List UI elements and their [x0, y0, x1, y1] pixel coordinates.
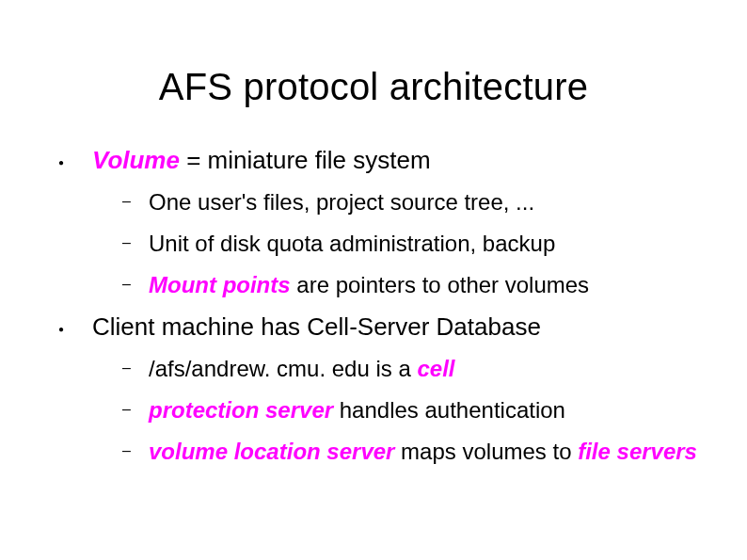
- sub-list: /afs/andrew. cmu. edu is a cell protecti…: [92, 355, 709, 466]
- slide-body: Volume = miniature file system One user'…: [58, 146, 709, 479]
- sub-item: One user's files, project source tree, .…: [92, 188, 709, 216]
- bullet-list: Volume = miniature file system One user'…: [58, 146, 709, 466]
- term-file-servers: file servers: [578, 439, 697, 464]
- sub-text: One user's files, project source tree, .…: [149, 189, 534, 215]
- sub-item: protection server handles authentication: [92, 396, 709, 424]
- sub-item: Unit of disk quota administration, backu…: [92, 230, 709, 258]
- term-cell: cell: [417, 356, 454, 381]
- bullet-text: Client machine has Cell-Server Database: [92, 312, 541, 341]
- term-volume-location-server: volume location server: [149, 439, 394, 464]
- bullet-item: Client machine has Cell-Server Database …: [58, 312, 709, 466]
- sub-text: handles authentication: [333, 397, 565, 423]
- term-volume: Volume: [92, 146, 180, 174]
- bullet-text: = miniature file system: [180, 146, 431, 174]
- sub-text: /afs/andrew. cmu. edu is a: [149, 356, 417, 381]
- bullet-item: Volume = miniature file system One user'…: [58, 146, 709, 299]
- sub-text: are pointers to other volumes: [291, 272, 590, 297]
- sub-item: volume location server maps volumes to f…: [92, 438, 709, 466]
- slide: AFS protocol architecture Volume = minia…: [0, 0, 747, 560]
- slide-title: AFS protocol architecture: [0, 66, 747, 108]
- term-mount-points: Mount points: [149, 272, 291, 297]
- sub-text: maps volumes to: [394, 439, 578, 464]
- term-protection-server: protection server: [149, 397, 333, 423]
- sub-item: /afs/andrew. cmu. edu is a cell: [92, 355, 709, 383]
- sub-item: Mount points are pointers to other volum…: [92, 271, 709, 299]
- sub-list: One user's files, project source tree, .…: [92, 188, 709, 299]
- sub-text: Unit of disk quota administration, backu…: [149, 231, 555, 256]
